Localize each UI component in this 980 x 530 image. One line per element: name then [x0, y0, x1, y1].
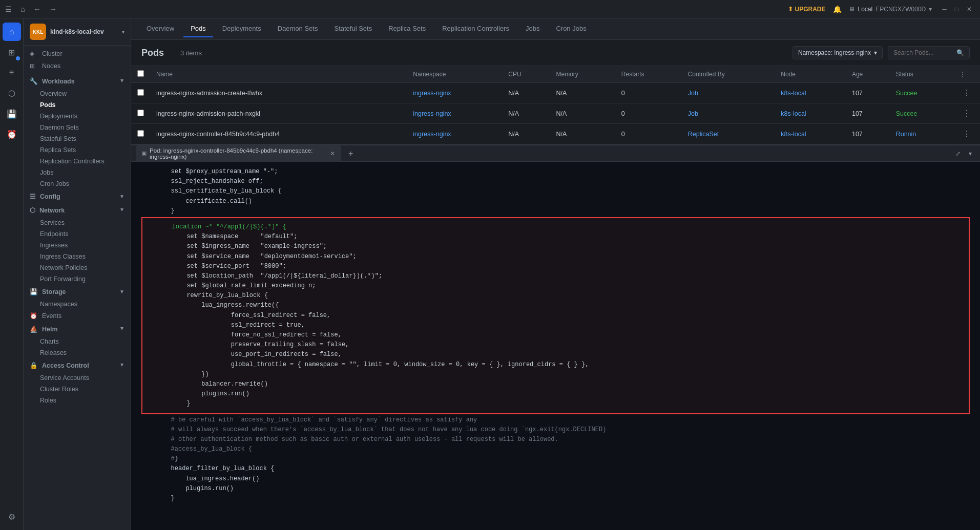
sidebar-icon-grid[interactable]: ⊞ [3, 43, 21, 61]
terminal-add-tab-button[interactable]: + [345, 148, 356, 159]
pods-search-box: 🔍 [888, 46, 970, 59]
minimize-button[interactable]: ─ [939, 5, 950, 14]
sidebar-icon-home[interactable]: ⌂ [3, 23, 21, 41]
main-layout: ⌂ ⊞ ≡ ⬡ 💾 ⏰ ⚙ KKL kind-k8s-local-dev ▾ ◈… [0, 18, 980, 530]
sidebar-item-roles[interactable]: Roles [24, 395, 131, 406]
terminal-expand-button[interactable]: ⤢ [952, 149, 964, 158]
sidebar-item-port-forwarding[interactable]: Port Forwarding [24, 273, 131, 285]
node-link[interactable]: k8s-local [781, 110, 806, 117]
table-row: ingress-nginx-admission-patch-nxgkl ingr… [131, 103, 980, 124]
menu-icon[interactable]: ☰ [5, 5, 12, 13]
sidebar-item-service-accounts[interactable]: Service Accounts [24, 372, 131, 384]
network-icon: ⬡ [30, 206, 35, 214]
tab-replication-controllers[interactable]: Replication Controllers [435, 20, 516, 37]
table-row: ingress-nginx-controller-845b9c44c9-pbdh… [131, 124, 980, 144]
sidebar-icon-layers[interactable]: ≡ [3, 63, 21, 82]
sidebar-item-pods[interactable]: Pods [24, 99, 131, 111]
sidebar-item-releases[interactable]: Releases [24, 347, 131, 358]
pods-header: Pods 3 items Namespace: ingress-nginx ▾ … [131, 40, 980, 66]
sidebar-item-events[interactable]: ⏰ Events [24, 310, 131, 322]
sidebar-item-nodes[interactable]: ⊞ Nodes [24, 60, 131, 72]
tab-daemon-sets[interactable]: Daemon Sets [270, 20, 325, 37]
sidebar-item-replication-controllers[interactable]: Replication Controllers [24, 156, 131, 167]
terminal-tab[interactable]: ▣ Pod: ingress-nginx-controller-845b9c44… [136, 145, 341, 162]
row-checkbox[interactable] [137, 130, 144, 137]
row-more-button[interactable]: ⋮ [960, 108, 974, 119]
node-link[interactable]: k8s-local [781, 90, 806, 97]
sidebar-icon-settings[interactable]: ⚙ [3, 507, 21, 526]
row-more-button[interactable]: ⋮ [960, 87, 974, 99]
controlled-by-link[interactable]: Job [688, 90, 698, 97]
row-node-cell: k8s-local [775, 83, 846, 103]
close-button[interactable]: ✕ [964, 5, 975, 14]
namespace-selector[interactable]: Namespace: ingress-nginx ▾ [793, 46, 883, 59]
namespace-link[interactable]: ingress-nginx [413, 131, 451, 138]
tab-overview[interactable]: Overview [139, 20, 181, 37]
back-button[interactable]: ← [31, 3, 44, 15]
row-node-cell: k8s-local [775, 103, 846, 124]
sidebar-item-cluster[interactable]: ◈ Cluster [24, 48, 131, 60]
tab-replica-sets[interactable]: Replica Sets [381, 20, 433, 37]
cluster-header[interactable]: KKL kind-k8s-local-dev ▾ [24, 18, 131, 46]
sidebar-group-config[interactable]: ☰ Config ▼ [24, 189, 131, 203]
sidebar-item-deployments[interactable]: Deployments [24, 111, 131, 122]
sidebar-item-ingress-classes[interactable]: Ingress Classes [24, 251, 131, 262]
row-checkbox[interactable] [137, 110, 144, 116]
sidebar-item-jobs[interactable]: Jobs [24, 167, 131, 178]
sidebar-icon-storage[interactable]: 💾 [3, 104, 21, 123]
sidebar-group-access-control[interactable]: 🔒 Access Control ▲ [24, 358, 131, 372]
maximize-button[interactable]: □ [952, 5, 962, 14]
sidebar-group-storage[interactable]: 💾 Storage ▼ [24, 285, 131, 299]
notifications-icon[interactable]: 🔔 [833, 5, 842, 13]
controlled-by-link[interactable]: Job [688, 110, 698, 117]
upgrade-button[interactable]: ⬆ UPGRADE [788, 6, 826, 13]
pods-search-input[interactable] [893, 49, 953, 56]
grid-icon: ⊞ [8, 48, 15, 57]
namespace-link[interactable]: ingress-nginx [413, 110, 451, 117]
code-line: ssl_redirect = true, [142, 321, 969, 330]
namespace-link[interactable]: ingress-nginx [413, 90, 451, 97]
sidebar-item-charts[interactable]: Charts [24, 336, 131, 347]
row-checkbox[interactable] [137, 89, 144, 96]
sidebar-item-replicasets[interactable]: Replica Sets [24, 144, 131, 156]
code-line: preserve_trailing_slash = false, [142, 340, 969, 350]
status-badge: Succee [896, 110, 918, 117]
terminal-close-button[interactable]: ✕ [329, 150, 336, 157]
tab-deployments[interactable]: Deployments [215, 20, 268, 37]
tab-cron-jobs[interactable]: Cron Jobs [549, 20, 593, 37]
pods-title: Pods [141, 48, 164, 58]
home-button[interactable]: ⌂ [18, 3, 28, 15]
code-line: set $service_port "8000"; [142, 262, 969, 271]
row-more-button[interactable]: ⋮ [960, 128, 974, 140]
sidebar-item-services[interactable]: Services [24, 217, 131, 228]
sidebar-item-statefulsets[interactable]: Stateful Sets [24, 133, 131, 144]
select-all-checkbox[interactable] [137, 70, 144, 77]
row-actions-cell: ⋮ [953, 103, 980, 124]
config-chevron-icon: ▼ [119, 194, 124, 199]
sidebar-item-network-policies[interactable]: Network Policies [24, 262, 131, 273]
workloads-icon: 🔧 [30, 77, 38, 85]
sidebar-group-network[interactable]: ⬡ Network ▲ [24, 203, 131, 217]
sidebar-icon-events[interactable]: ⏰ [3, 125, 21, 143]
tab-stateful-sets[interactable]: Stateful Sets [327, 20, 379, 37]
tab-jobs[interactable]: Jobs [518, 20, 547, 37]
sidebar-item-cronjobs[interactable]: Cron Jobs [24, 178, 131, 189]
sidebar-group-workloads[interactable]: 🔧 Workloads ▲ [24, 74, 131, 88]
sidebar-item-namespaces[interactable]: Namespaces [24, 299, 131, 310]
node-link[interactable]: k8s-local [781, 131, 806, 138]
controlled-by-link[interactable]: ReplicaSet [688, 131, 719, 138]
code-line: location ~* "^/app1(/|$)(.*)" { [142, 222, 969, 232]
computer-chevron-icon[interactable]: ▾ [929, 6, 932, 13]
sidebar-item-ingresses[interactable]: Ingresses [24, 240, 131, 251]
sidebar-item-overview[interactable]: Overview [24, 88, 131, 99]
window-controls: ─ □ ✕ [939, 5, 975, 14]
terminal-collapse-button[interactable]: ▾ [966, 149, 975, 158]
sidebar-item-daemonsets[interactable]: Daemon Sets [24, 122, 131, 133]
tab-pods[interactable]: Pods [183, 20, 213, 37]
sidebar-icon-network[interactable]: ⬡ [3, 84, 21, 102]
sidebar-group-helm[interactable]: ⛵ Helm ▲ [24, 322, 131, 336]
code-line: # other authentication method such as ba… [141, 435, 970, 444]
forward-button[interactable]: → [47, 3, 59, 15]
sidebar-item-endpoints[interactable]: Endpoints [24, 228, 131, 240]
sidebar-item-cluster-roles[interactable]: Cluster Roles [24, 384, 131, 395]
